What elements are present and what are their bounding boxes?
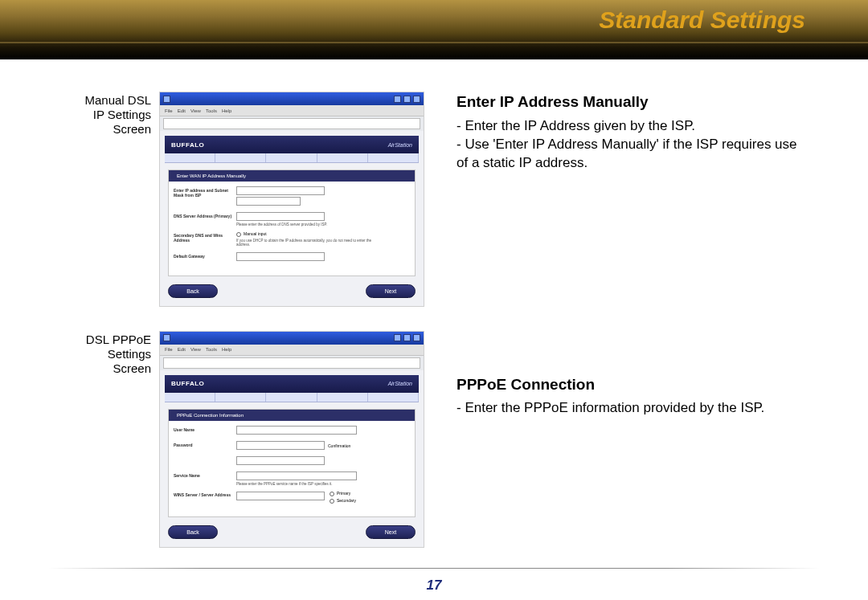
- bullet-text: - Enter the IP Address given by the ISP.: [457, 117, 805, 136]
- footer-rule: [48, 568, 820, 569]
- confirmation-label: Confirmation: [328, 443, 350, 448]
- browser-toolbar: FileEditViewToolsHelp: [160, 345, 424, 356]
- subnet-input[interactable]: [236, 197, 301, 206]
- device-tabs: [165, 393, 419, 402]
- radio-label: Secondary: [337, 498, 356, 503]
- window-titlebar: [160, 92, 424, 105]
- section-heading: Enter IP Address Manually: [457, 92, 805, 112]
- product-label: AirStation: [388, 381, 412, 386]
- caption-line: Screen: [63, 361, 151, 376]
- pppoe-description: PPPoE Connection - Enter the PPPoE infor…: [457, 331, 805, 548]
- panel-heading: Enter WAN IP Address Manually: [169, 170, 415, 182]
- address-bar: [163, 357, 420, 369]
- gateway-input[interactable]: [236, 252, 325, 261]
- brand-logo: BUFFALO: [171, 141, 204, 149]
- caption-line: Screen: [63, 122, 151, 137]
- page-number: 17: [427, 578, 442, 594]
- radio-icon[interactable]: [236, 232, 241, 237]
- helper-text: Please enter the address of DNS server p…: [236, 222, 373, 227]
- wins-input[interactable]: [236, 492, 325, 500]
- caption-line: IP Settings: [63, 108, 151, 122]
- service-input[interactable]: [236, 471, 357, 480]
- page-title: Standard Settings: [599, 6, 805, 34]
- device-navbar: BUFFALO AirStation: [165, 375, 419, 393]
- banner-rule: [0, 42, 868, 43]
- next-button[interactable]: Next: [366, 525, 416, 539]
- manual-dsl-screenshot: FileEditViewToolsHelp BUFFALO AirStation…: [159, 92, 432, 307]
- dns-input[interactable]: [236, 212, 325, 221]
- browser-toolbar: FileEditViewToolsHelp: [160, 105, 424, 116]
- back-button[interactable]: Back: [168, 525, 218, 539]
- field-label: Password: [174, 441, 236, 447]
- password-confirm-input[interactable]: [236, 456, 325, 465]
- field-label: Default Gateway: [174, 252, 236, 259]
- field-label: WINS Server / Server Address: [174, 491, 236, 497]
- pppoe-caption: DSL PPPoE Settings Screen: [63, 331, 151, 548]
- device-tabs: [165, 153, 419, 163]
- panel-heading: PPPoE Connection Information: [169, 410, 415, 421]
- brand-logo: BUFFALO: [171, 380, 204, 387]
- manual-dsl-description: Enter IP Address Manually - Enter the IP…: [457, 92, 805, 307]
- field-label: DNS Server Address (Primary): [174, 212, 236, 218]
- radio-label: Manual input: [244, 231, 267, 236]
- helper-text: If you use DHCP to obtain the IP address…: [236, 239, 373, 247]
- radio-icon[interactable]: [330, 492, 334, 496]
- next-button[interactable]: Next: [366, 284, 416, 298]
- radio-icon[interactable]: [330, 499, 334, 504]
- manual-dsl-caption: Manual DSL IP Settings Screen: [63, 92, 151, 307]
- header-banner: Standard Settings: [0, 0, 868, 59]
- field-label: Enter IP address and Subnet Mask from IS…: [174, 186, 236, 198]
- password-input[interactable]: [236, 441, 325, 450]
- caption-line: Manual DSL: [63, 93, 151, 108]
- field-label: User Name: [174, 426, 236, 432]
- content-area: Manual DSL IP Settings Screen FileEditVi…: [0, 59, 868, 565]
- address-bar: [163, 118, 420, 129]
- field-label: Secondary DNS and Wins Address: [174, 231, 236, 243]
- pppoe-row: DSL PPPoE Settings Screen FileEditViewTo…: [63, 331, 805, 548]
- caption-line: DSL PPPoE: [63, 333, 151, 347]
- bullet-text: - Use 'Enter IP Address Manually' if the…: [457, 136, 805, 173]
- bullet-text: - Enter the PPPoE information provided b…: [457, 399, 805, 418]
- section-heading: PPPoE Connection: [457, 374, 805, 395]
- page-footer: 17: [0, 565, 868, 600]
- pppoe-screenshot: FileEditViewToolsHelp BUFFALO AirStation…: [159, 331, 432, 548]
- device-navbar: BUFFALO AirStation: [165, 136, 419, 153]
- window-titlebar: [160, 332, 424, 345]
- back-button[interactable]: Back: [168, 284, 218, 298]
- helper-text: Please enter the PPPoE service name if t…: [236, 482, 373, 486]
- caption-line: Settings: [63, 347, 151, 361]
- ip-input[interactable]: [236, 186, 325, 195]
- radio-label: Primary: [337, 491, 350, 496]
- product-label: AirStation: [388, 142, 412, 148]
- username-input[interactable]: [236, 426, 357, 435]
- field-label: Service Name: [174, 471, 236, 478]
- manual-dsl-row: Manual DSL IP Settings Screen FileEditVi…: [63, 92, 805, 307]
